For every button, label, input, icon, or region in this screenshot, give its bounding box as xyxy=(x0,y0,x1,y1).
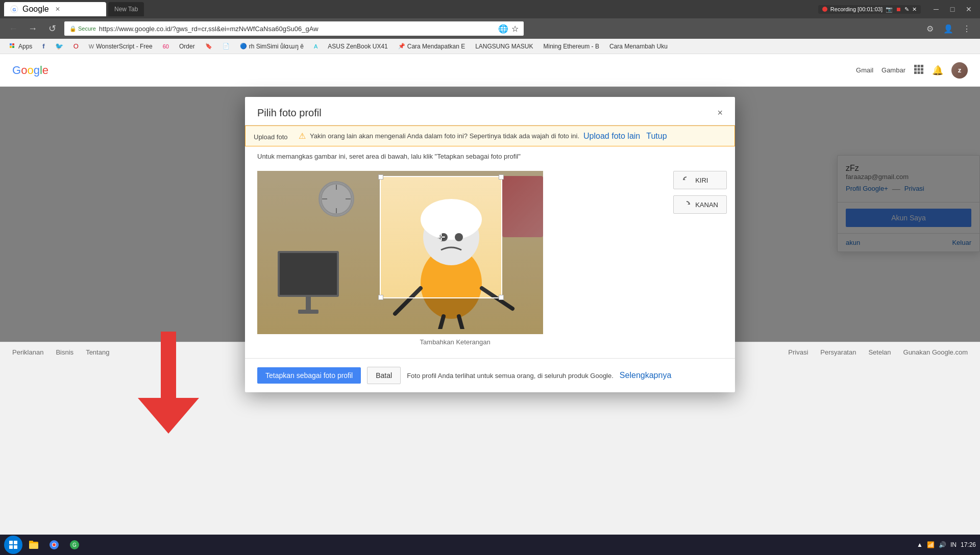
bookmark-bk[interactable]: 🔖 xyxy=(201,42,216,51)
maximize-button[interactable]: □ xyxy=(945,2,960,16)
bookmark-wonsterscript[interactable]: W WonsterScript - Free xyxy=(85,42,157,51)
bookmark-twitter[interactable]: 🐦 xyxy=(51,41,67,51)
translate-icon: 🌐 xyxy=(498,24,508,34)
footer-bisnis[interactable]: Bisnis xyxy=(56,348,74,356)
notification-icon[interactable]: 🔔 xyxy=(932,65,943,76)
bookmark-langsung[interactable]: LANGSUNG MASUK xyxy=(471,42,537,51)
dialog-close-button[interactable]: × xyxy=(717,108,723,118)
inactive-tab[interactable]: New Tab xyxy=(108,2,144,16)
simsimi-label: rh SimSimi ůlɑɯŋ ě xyxy=(249,43,304,50)
bookmark-nt[interactable]: 📄 xyxy=(218,42,234,51)
image-caption[interactable]: Tambahkan Keterangan xyxy=(257,334,653,350)
bookmark-cara[interactable]: 📌 Cara Mendapatkan E xyxy=(394,42,469,51)
bookmark-simsimi[interactable]: 🔵 rh SimSimi ůlɑɯŋ ě xyxy=(236,42,308,51)
camera-icon: 📷 xyxy=(886,6,893,13)
bookmark-zenbook[interactable]: ASUS ZenBook UX41 xyxy=(324,42,391,51)
set-profile-photo-button[interactable]: Tetapkan sebagai foto profil xyxy=(257,367,361,384)
bookmark-60[interactable]: 60 xyxy=(159,42,173,51)
svg-text:G: G xyxy=(72,542,77,548)
rotate-right-icon xyxy=(682,200,691,209)
dialog-footer: Tetapkan sebagai foto profil Batal Foto … xyxy=(245,358,735,392)
tab-close-button[interactable]: ✕ xyxy=(55,6,60,13)
bookmark-asus[interactable]: A xyxy=(310,42,322,51)
dialog-left: ✛ Tambahkan Keterangan xyxy=(245,163,665,358)
crop-handle-top-right[interactable] xyxy=(499,174,504,180)
bookmark-facebook[interactable]: f xyxy=(38,41,48,51)
upload-another-link[interactable]: Upload foto lain xyxy=(583,132,640,141)
footer-tentang[interactable]: Tentang xyxy=(86,348,109,356)
facebook-icon: f xyxy=(42,42,44,50)
rotate-right-button[interactable]: KANAN xyxy=(673,195,727,214)
star-icon[interactable]: ☆ xyxy=(511,24,519,34)
warning-dismiss-link[interactable]: Tutup xyxy=(646,132,667,141)
file-explorer-icon xyxy=(28,539,39,550)
taskbar-app4-icon: G xyxy=(69,539,80,550)
recording-label: Recording [00:01:03] xyxy=(830,6,883,12)
taskbar-right: ▲ 📶 🔊 IN 17:26 xyxy=(917,541,976,548)
dialog-right: KIRI KANAN xyxy=(665,163,735,358)
bookmark-mining[interactable]: Mining Ethereum - B xyxy=(540,42,603,51)
secure-badge: 🔒 Secure xyxy=(69,26,96,32)
svg-rect-12 xyxy=(914,71,917,74)
taskbar-chevron[interactable]: ▲ xyxy=(917,541,923,548)
red-arrow-annotation xyxy=(138,332,199,436)
gmail-link[interactable]: Gmail xyxy=(856,66,873,74)
taskbar-app4[interactable]: G xyxy=(65,536,84,554)
nt-icon: 📄 xyxy=(223,43,230,49)
crop-handle-top-left[interactable] xyxy=(378,174,383,180)
images-link[interactable]: Gambar xyxy=(881,66,905,74)
recording-dot xyxy=(822,7,827,12)
back-button[interactable]: ← xyxy=(6,23,20,34)
footer-periklanan[interactable]: Periklanan xyxy=(12,348,43,356)
bookmark-apps[interactable]: Apps xyxy=(5,42,36,51)
chrome-icon xyxy=(48,539,60,550)
footer-use-google[interactable]: Gunakan Google.com xyxy=(903,348,968,356)
footer-right-links: Privasi Persyaratan Setelan Gunakan Goog… xyxy=(788,348,968,356)
secure-label: Secure xyxy=(78,26,96,32)
apps-icon xyxy=(9,43,16,50)
footer-persyaratan[interactable]: Persyaratan xyxy=(820,348,856,356)
cara-icon: 📌 xyxy=(398,43,405,49)
crop-selection-box[interactable]: ✛ xyxy=(380,176,502,298)
footer-privasi[interactable]: Privasi xyxy=(788,348,808,356)
tab-title: Google xyxy=(22,5,49,14)
close-window-button[interactable]: ✕ xyxy=(962,2,976,16)
apps-grid-icon[interactable] xyxy=(914,64,924,76)
extensions-icon[interactable]: ⚙ xyxy=(923,24,937,34)
cara-label: Cara Mendapatkan E xyxy=(407,43,465,50)
close-recording-icon[interactable]: ✕ xyxy=(912,6,917,13)
start-button[interactable] xyxy=(4,536,22,554)
user-avatar[interactable]: z xyxy=(951,62,968,79)
twitter-icon: 🐦 xyxy=(55,42,63,50)
wonsterscript-label: WonsterScript - Free xyxy=(96,43,152,50)
crop-handle-bottom-left[interactable] xyxy=(378,295,383,300)
image-scene: ✛ xyxy=(257,171,543,334)
taskbar-file-explorer[interactable] xyxy=(24,536,43,554)
cancel-button[interactable]: Batal xyxy=(367,367,401,384)
svg-rect-34 xyxy=(9,541,13,544)
learn-more-link[interactable]: Selengkapnya xyxy=(620,371,671,380)
bookmark-order[interactable]: Order xyxy=(175,42,199,51)
reload-button[interactable]: ↺ xyxy=(45,23,59,34)
taskbar-browser[interactable] xyxy=(45,536,63,554)
menu-icon[interactable]: ⋮ xyxy=(960,24,974,34)
footer-setelan[interactable]: Setelan xyxy=(868,348,891,356)
minimize-button[interactable]: ─ xyxy=(929,2,943,16)
forward-button[interactable]: → xyxy=(26,23,40,34)
bookmark-opera[interactable]: O xyxy=(69,41,83,51)
record-stop-icon: ⏹ xyxy=(896,6,901,12)
crop-container[interactable]: ✛ xyxy=(257,171,543,334)
footer-info-text: Foto profil Anda terlihat untuk semua or… xyxy=(407,372,614,380)
address-field[interactable]: 🔒 Secure https://www.google.co.id/?gws_r… xyxy=(64,21,524,36)
bookmark-cara2[interactable]: Cara Menambah Uku xyxy=(605,42,672,51)
recording-badge: Recording [00:01:03] 📷 ⏹ ✎ ✕ xyxy=(818,5,921,14)
profile-icon[interactable]: 👤 xyxy=(941,24,955,34)
active-tab[interactable]: G Google ✕ xyxy=(4,2,106,16)
crop-handle-bottom-right[interactable] xyxy=(499,295,504,300)
dialog-title: Pilih foto profil xyxy=(257,107,322,119)
svg-rect-16 xyxy=(161,332,176,398)
taskbar-time: 17:26 xyxy=(961,541,976,548)
rotate-left-button[interactable]: KIRI xyxy=(673,171,727,189)
svg-rect-40 xyxy=(29,541,33,543)
warning-icon: ⚠ xyxy=(299,131,306,141)
